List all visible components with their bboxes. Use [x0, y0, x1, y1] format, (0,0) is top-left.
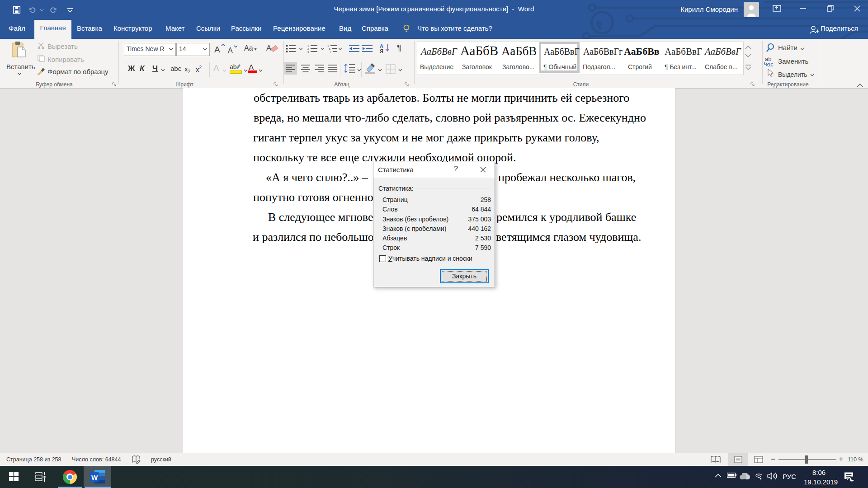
svg-text:2: 2 [307, 47, 309, 50]
svg-text:W: W [91, 474, 98, 481]
svg-text:1: 1 [307, 45, 309, 47]
svg-text:3: 3 [307, 51, 309, 53]
svg-text:i: i [330, 50, 330, 53]
svg-text:А: А [214, 45, 220, 54]
svg-text:Я: Я [380, 48, 383, 53]
svg-text:А: А [228, 47, 233, 54]
